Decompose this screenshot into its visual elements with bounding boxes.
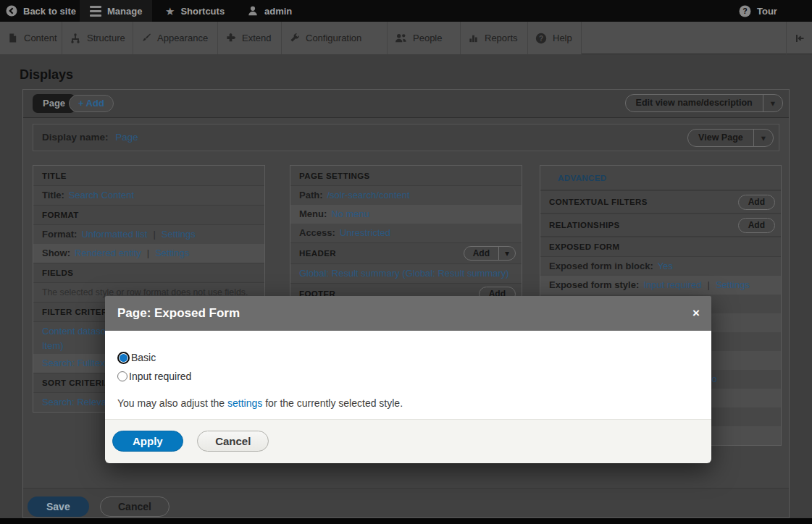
toolbar-tab-label: Appearance (157, 33, 208, 43)
access-row: Access:Unrestricted (290, 224, 522, 242)
tour-label: Tour (757, 6, 777, 17)
extend-icon (225, 33, 236, 43)
contextual-filters-add-button[interactable]: Add (738, 195, 775, 210)
toolbar-tab-extend[interactable]: Extend (218, 22, 282, 54)
display-name-label: Display name: (42, 132, 109, 143)
section-format: Format (33, 205, 264, 225)
section-exposed-form: Exposed form (540, 237, 781, 257)
manage-tab[interactable]: Manage (80, 0, 152, 22)
format-row: Format:Unformatted list|Settings (33, 225, 264, 244)
radio-option-input-required[interactable]: Input required (117, 367, 699, 386)
plus-icon: + (78, 98, 84, 109)
close-icon[interactable]: × (692, 306, 700, 321)
admin-user-tab[interactable]: admin (247, 0, 292, 22)
section-relationships: Relationships Add (540, 214, 781, 237)
show-link[interactable]: Rendered entity (75, 248, 141, 258)
section-contextual-filters: Contextual filters Add (540, 190, 781, 214)
toolbar-tab-label: Content (24, 33, 57, 43)
view-cancel-button[interactable]: Cancel (100, 496, 169, 517)
manage-label: Manage (107, 6, 142, 17)
toolbar-tab-content[interactable]: Content (0, 22, 62, 54)
modal-title: Page: Exposed Form (105, 306, 240, 321)
admin-toolbar: Back to site Manage ★ Shortcuts admin ? … (0, 0, 812, 22)
back-to-site-link[interactable]: Back to site (6, 0, 76, 22)
add-display-button[interactable]: +Add (69, 95, 114, 112)
section-title: Title (33, 166, 264, 186)
title-link[interactable]: Search Content (69, 190, 134, 200)
appearance-icon (141, 33, 151, 43)
toolbar-tab-reports[interactable]: Reports (461, 22, 528, 54)
displays-tabs-row: Page +Add Edit view name/description ▾ (23, 90, 789, 118)
modal-cancel-button[interactable]: Cancel (197, 431, 269, 452)
exposed-form-style-row: Exposed form style:Input required|Settin… (540, 276, 781, 295)
section-header: Header Add ▾ (290, 242, 522, 264)
chevron-down-icon[interactable]: ▾ (498, 247, 515, 260)
exposed-form-style-link[interactable]: Input required (643, 279, 701, 290)
people-icon (395, 33, 407, 43)
exposed-form-settings-link[interactable]: Settings (716, 279, 750, 290)
toolbar-tab-label: People (413, 33, 442, 43)
chevron-down-icon[interactable]: ▾ (753, 130, 773, 146)
show-settings-link[interactable]: Settings (155, 248, 189, 258)
svg-text:?: ? (539, 34, 543, 42)
toolbar-tab-people[interactable]: People (388, 22, 461, 54)
toolbar-tab-appearance[interactable]: Appearance (133, 22, 218, 54)
access-link[interactable]: Unrestricted (340, 227, 390, 238)
section-fields: Fields (33, 263, 264, 283)
shortcuts-label: Shortcuts (180, 6, 225, 17)
modal-note: You may also adjust the settings for the… (117, 397, 699, 409)
toolbar-tab-label: Structure (87, 33, 125, 43)
collapse-left-icon (794, 33, 805, 44)
column-second: Page settings Path:/solr-search/content … (290, 165, 522, 305)
toolbar-tab-structure[interactable]: Structure (62, 22, 133, 54)
menu-link[interactable]: No menu (331, 208, 369, 219)
display-name-link[interactable]: Page (115, 132, 138, 143)
svg-text:?: ? (742, 7, 747, 15)
header-add-button[interactable]: Add ▾ (464, 246, 516, 261)
apply-button[interactable]: Apply (112, 431, 183, 452)
admin-user-label: admin (264, 6, 292, 17)
bottom-strip (0, 518, 812, 524)
toolbar-tab-label: Configuration (306, 33, 361, 43)
content-icon (7, 33, 18, 43)
exposed-form-block-link[interactable]: Yes (658, 261, 673, 271)
reports-icon (468, 33, 479, 43)
path-row: Path:/solr-search/content (290, 186, 522, 205)
modal-body: Basic Input required You may also adjust… (105, 331, 711, 419)
relationships-add-button[interactable]: Add (738, 218, 775, 233)
advanced-toggle[interactable]: Advanced (540, 166, 781, 190)
menu-row: Menu:No menu (290, 205, 522, 224)
toolbar-tab-configuration[interactable]: Configuration (282, 22, 388, 54)
settings-link[interactable]: settings (227, 397, 262, 409)
view-page-button[interactable]: View Page ▾ (687, 129, 774, 147)
radio-button[interactable] (117, 352, 130, 364)
view-actions-bar: Save Cancel (23, 488, 789, 517)
star-icon: ★ (165, 6, 175, 17)
chevron-down-icon[interactable]: ▾ (763, 95, 782, 111)
path-link[interactable]: /solr-search/content (327, 190, 410, 200)
page-title: Displays (20, 67, 73, 83)
radio-button[interactable] (117, 371, 127, 381)
back-to-site-label: Back to site (23, 6, 76, 17)
back-icon (6, 5, 17, 17)
exposed-form-block-row: Exposed form in block:Yes (540, 257, 781, 276)
modal-footer: Apply Cancel (105, 419, 711, 463)
section-page-settings: Page settings (290, 166, 522, 186)
title-row: Title:Search Content (33, 186, 264, 205)
format-settings-link[interactable]: Settings (162, 229, 196, 240)
edit-view-name-button[interactable]: Edit view name/description ▾ (625, 94, 783, 112)
save-button[interactable]: Save (28, 496, 89, 517)
structure-icon (70, 33, 81, 44)
toolbar-orientation-toggle[interactable] (786, 22, 812, 54)
tour-button[interactable]: ? Tour (739, 0, 777, 22)
radio-option-basic[interactable]: Basic (117, 348, 699, 367)
tour-help-icon: ? (739, 5, 751, 17)
radio-label[interactable]: Basic (131, 352, 156, 363)
format-link[interactable]: Unformatted list (81, 229, 147, 240)
toolbar-tab-help[interactable]: ? Help (528, 22, 582, 54)
screen: Back to site Manage ★ Shortcuts admin ? … (0, 0, 812, 524)
header-result-summary-link[interactable]: Global: Result summary (Global: Result s… (299, 268, 509, 279)
display-name-panel: Display name: Page View Page ▾ (33, 124, 779, 151)
shortcuts-tab[interactable]: ★ Shortcuts (165, 0, 225, 22)
radio-label[interactable]: Input required (129, 371, 191, 382)
